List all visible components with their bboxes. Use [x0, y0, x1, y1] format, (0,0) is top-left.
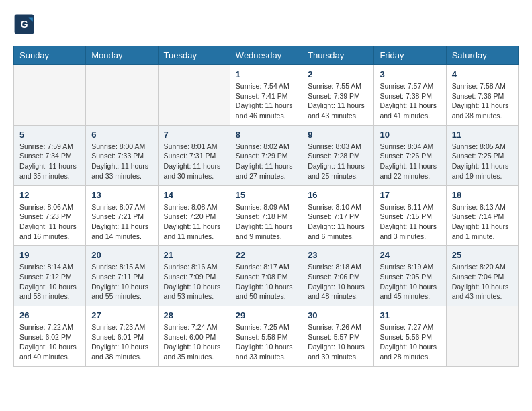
calendar-cell: 11Sunrise: 8:05 AM Sunset: 7:25 PM Dayli…	[446, 125, 518, 185]
page-header: G	[13, 13, 519, 35]
calendar-cell: 16Sunrise: 8:10 AM Sunset: 7:17 PM Dayli…	[302, 185, 374, 246]
day-info: Sunrise: 8:08 AM Sunset: 7:20 PM Dayligh…	[164, 202, 224, 242]
calendar-cell	[86, 65, 158, 126]
calendar-cell: 18Sunrise: 8:13 AM Sunset: 7:14 PM Dayli…	[446, 185, 518, 246]
calendar-cell: 2Sunrise: 7:55 AM Sunset: 7:39 PM Daylig…	[302, 65, 374, 126]
svg-text:G: G	[20, 19, 28, 30]
day-number: 7	[164, 130, 224, 140]
calendar-cell: 22Sunrise: 8:17 AM Sunset: 7:08 PM Dayli…	[230, 246, 302, 306]
day-number: 27	[91, 310, 152, 320]
day-number: 21	[164, 250, 224, 260]
weekday-header-tuesday: Tuesday	[158, 46, 230, 65]
day-info: Sunrise: 8:19 AM Sunset: 7:05 PM Dayligh…	[380, 262, 440, 302]
calendar-week-5: 26Sunrise: 7:22 AM Sunset: 6:02 PM Dayli…	[14, 306, 519, 367]
day-info: Sunrise: 8:10 AM Sunset: 7:17 PM Dayligh…	[308, 202, 368, 242]
calendar-cell: 9Sunrise: 8:03 AM Sunset: 7:28 PM Daylig…	[302, 125, 374, 185]
day-info: Sunrise: 7:55 AM Sunset: 7:39 PM Dayligh…	[308, 81, 368, 121]
calendar-cell: 27Sunrise: 7:23 AM Sunset: 6:01 PM Dayli…	[86, 306, 158, 367]
calendar-cell: 13Sunrise: 8:07 AM Sunset: 7:21 PM Dayli…	[86, 185, 158, 246]
day-number: 1	[236, 69, 296, 79]
day-number: 12	[19, 190, 80, 200]
calendar-cell: 25Sunrise: 8:20 AM Sunset: 7:04 PM Dayli…	[446, 246, 518, 306]
calendar-cell: 20Sunrise: 8:15 AM Sunset: 7:11 PM Dayli…	[86, 246, 158, 306]
day-number: 4	[452, 69, 513, 79]
day-info: Sunrise: 8:02 AM Sunset: 7:29 PM Dayligh…	[236, 142, 296, 181]
day-info: Sunrise: 8:14 AM Sunset: 7:12 PM Dayligh…	[19, 262, 80, 302]
day-number: 25	[452, 250, 513, 260]
day-info: Sunrise: 7:54 AM Sunset: 7:41 PM Dayligh…	[236, 81, 296, 121]
day-number: 10	[380, 130, 440, 140]
calendar-cell: 26Sunrise: 7:22 AM Sunset: 6:02 PM Dayli…	[14, 306, 86, 367]
day-info: Sunrise: 8:00 AM Sunset: 7:33 PM Dayligh…	[91, 142, 152, 181]
calendar-cell	[446, 306, 518, 367]
day-info: Sunrise: 7:59 AM Sunset: 7:34 PM Dayligh…	[19, 142, 80, 181]
day-info: Sunrise: 7:22 AM Sunset: 6:02 PM Dayligh…	[19, 322, 80, 362]
calendar-cell: 21Sunrise: 8:16 AM Sunset: 7:09 PM Dayli…	[158, 246, 230, 306]
day-info: Sunrise: 8:09 AM Sunset: 7:18 PM Dayligh…	[236, 202, 296, 242]
calendar-week-2: 5Sunrise: 7:59 AM Sunset: 7:34 PM Daylig…	[14, 125, 519, 185]
day-info: Sunrise: 7:24 AM Sunset: 6:00 PM Dayligh…	[164, 322, 224, 362]
day-info: Sunrise: 8:06 AM Sunset: 7:23 PM Dayligh…	[19, 202, 80, 242]
day-info: Sunrise: 8:20 AM Sunset: 7:04 PM Dayligh…	[452, 262, 513, 302]
day-number: 30	[308, 310, 368, 320]
calendar-cell: 3Sunrise: 7:57 AM Sunset: 7:38 PM Daylig…	[374, 65, 446, 126]
calendar-cell: 8Sunrise: 8:02 AM Sunset: 7:29 PM Daylig…	[230, 125, 302, 185]
day-number: 8	[236, 130, 296, 140]
weekday-header-monday: Monday	[86, 46, 158, 65]
weekday-header-sunday: Sunday	[14, 46, 86, 65]
day-info: Sunrise: 8:04 AM Sunset: 7:26 PM Dayligh…	[380, 142, 440, 181]
day-number: 14	[164, 190, 224, 200]
day-number: 26	[19, 310, 80, 320]
day-number: 31	[380, 310, 440, 320]
calendar-cell: 1Sunrise: 7:54 AM Sunset: 7:41 PM Daylig…	[230, 65, 302, 126]
calendar-week-3: 12Sunrise: 8:06 AM Sunset: 7:23 PM Dayli…	[14, 185, 519, 246]
logo: G	[13, 13, 38, 35]
day-info: Sunrise: 8:11 AM Sunset: 7:15 PM Dayligh…	[380, 202, 440, 242]
calendar-cell: 31Sunrise: 7:27 AM Sunset: 5:56 PM Dayli…	[374, 306, 446, 367]
day-info: Sunrise: 7:27 AM Sunset: 5:56 PM Dayligh…	[380, 322, 440, 362]
day-number: 23	[308, 250, 368, 260]
day-info: Sunrise: 8:18 AM Sunset: 7:06 PM Dayligh…	[308, 262, 368, 302]
day-info: Sunrise: 8:16 AM Sunset: 7:09 PM Dayligh…	[164, 262, 224, 302]
day-number: 6	[91, 130, 152, 140]
day-number: 3	[380, 69, 440, 79]
calendar-cell	[158, 65, 230, 126]
calendar-cell: 14Sunrise: 8:08 AM Sunset: 7:20 PM Dayli…	[158, 185, 230, 246]
calendar-cell: 23Sunrise: 8:18 AM Sunset: 7:06 PM Dayli…	[302, 246, 374, 306]
logo-icon: G	[13, 13, 35, 35]
calendar-table: SundayMondayTuesdayWednesdayThursdayFrid…	[13, 46, 519, 367]
calendar-cell: 17Sunrise: 8:11 AM Sunset: 7:15 PM Dayli…	[374, 185, 446, 246]
day-number: 29	[236, 310, 296, 320]
day-number: 15	[236, 190, 296, 200]
day-info: Sunrise: 8:01 AM Sunset: 7:31 PM Dayligh…	[164, 142, 224, 181]
day-number: 9	[308, 130, 368, 140]
weekday-header-saturday: Saturday	[446, 46, 518, 65]
calendar-cell: 10Sunrise: 8:04 AM Sunset: 7:26 PM Dayli…	[374, 125, 446, 185]
calendar-week-1: 1Sunrise: 7:54 AM Sunset: 7:41 PM Daylig…	[14, 65, 519, 126]
calendar-cell: 30Sunrise: 7:26 AM Sunset: 5:57 PM Dayli…	[302, 306, 374, 367]
day-number: 13	[91, 190, 152, 200]
day-number: 18	[452, 190, 513, 200]
day-info: Sunrise: 8:17 AM Sunset: 7:08 PM Dayligh…	[236, 262, 296, 302]
day-number: 22	[236, 250, 296, 260]
day-number: 17	[380, 190, 440, 200]
day-number: 2	[308, 69, 368, 79]
day-number: 20	[91, 250, 152, 260]
day-info: Sunrise: 7:25 AM Sunset: 5:58 PM Dayligh…	[236, 322, 296, 362]
weekday-header-wednesday: Wednesday	[230, 46, 302, 65]
day-number: 5	[19, 130, 80, 140]
day-number: 24	[380, 250, 440, 260]
weekday-header-friday: Friday	[374, 46, 446, 65]
day-number: 28	[164, 310, 224, 320]
calendar-cell: 24Sunrise: 8:19 AM Sunset: 7:05 PM Dayli…	[374, 246, 446, 306]
weekday-header-thursday: Thursday	[302, 46, 374, 65]
day-info: Sunrise: 8:15 AM Sunset: 7:11 PM Dayligh…	[91, 262, 152, 302]
calendar-cell: 29Sunrise: 7:25 AM Sunset: 5:58 PM Dayli…	[230, 306, 302, 367]
day-info: Sunrise: 8:05 AM Sunset: 7:25 PM Dayligh…	[452, 142, 513, 181]
day-number: 16	[308, 190, 368, 200]
calendar-cell: 6Sunrise: 8:00 AM Sunset: 7:33 PM Daylig…	[86, 125, 158, 185]
calendar-week-4: 19Sunrise: 8:14 AM Sunset: 7:12 PM Dayli…	[14, 246, 519, 306]
day-number: 19	[19, 250, 80, 260]
day-info: Sunrise: 8:03 AM Sunset: 7:28 PM Dayligh…	[308, 142, 368, 181]
day-info: Sunrise: 7:26 AM Sunset: 5:57 PM Dayligh…	[308, 322, 368, 362]
